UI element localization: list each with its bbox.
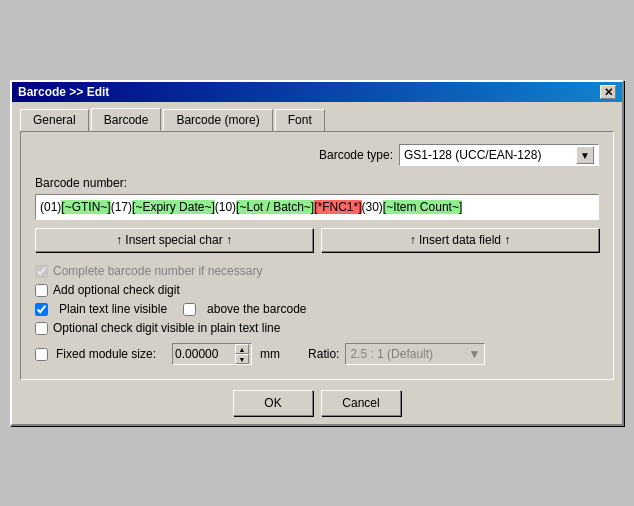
- fixed-module-label: Fixed module size:: [56, 347, 156, 361]
- checkbox-complete-barcode-label: Complete barcode number if necessary: [53, 264, 262, 278]
- dialog: Barcode >> Edit ✕ General Barcode Barcod…: [10, 80, 624, 426]
- tab-barcode-more[interactable]: Barcode (more): [163, 109, 272, 132]
- tabs: General Barcode Barcode (more) Font: [20, 108, 614, 131]
- seg-6: [*FNC1*]: [314, 200, 361, 214]
- checkbox-complete-barcode: Complete barcode number if necessary: [35, 264, 599, 278]
- checkbox-above-barcode-input[interactable]: [183, 303, 196, 316]
- barcode-type-value: GS1-128 (UCC/EAN-128): [404, 148, 541, 162]
- ratio-label: Ratio:: [308, 347, 339, 361]
- checkbox-fixed-module-input[interactable]: [35, 348, 48, 361]
- checkbox-complete-barcode-input[interactable]: [35, 265, 48, 278]
- insert-data-field-button[interactable]: ↑ Insert data field ↑: [321, 228, 599, 252]
- ok-button[interactable]: OK: [233, 390, 313, 416]
- title-bar: Barcode >> Edit ✕: [12, 82, 622, 102]
- seg-4: (10): [215, 200, 236, 214]
- barcode-type-dropdown-arrow[interactable]: ▼: [576, 146, 594, 164]
- seg-1: [~GTIN~]: [61, 200, 110, 214]
- tab-general[interactable]: General: [20, 109, 89, 132]
- checkbox-optional-check: Optional check digit visible in plain te…: [35, 321, 599, 335]
- fixed-module-number-input: ▲ ▼: [172, 343, 252, 365]
- spin-down-button[interactable]: ▼: [235, 354, 249, 364]
- seg-3: [~Expiry Date~]: [132, 200, 215, 214]
- plain-text-group: Plain text line visible above the barcod…: [35, 302, 306, 316]
- seg-7: (30): [362, 200, 383, 214]
- checkbox-plain-text-input[interactable]: [35, 303, 48, 316]
- seg-5: [~Lot / Batch~]: [236, 200, 314, 214]
- fixed-module-value-input[interactable]: [175, 347, 235, 361]
- checkbox-add-optional: Add optional check digit: [35, 283, 599, 297]
- checkbox-plain-text-label: Plain text line visible: [59, 302, 167, 316]
- title-text: Barcode >> Edit: [18, 85, 109, 99]
- tab-font[interactable]: Font: [275, 109, 325, 132]
- fixed-module-row: Fixed module size: ▲ ▼ mm Ratio: 2.5 : 1…: [35, 343, 599, 365]
- checkbox-optional-check-label: Optional check digit visible in plain te…: [53, 321, 280, 335]
- ratio-dropdown-arrow[interactable]: ▼: [469, 347, 481, 361]
- checkbox-above-barcode-label: above the barcode: [207, 302, 306, 316]
- barcode-type-row: Barcode type: GS1-128 (UCC/EAN-128) ▼: [35, 144, 599, 166]
- seg-0: (01): [40, 200, 61, 214]
- ratio-select[interactable]: 2.5 : 1 (Default) ▼: [345, 343, 485, 365]
- seg-8: [~Item Count~]: [383, 200, 462, 214]
- tab-barcode[interactable]: Barcode: [91, 108, 162, 131]
- barcode-number-input[interactable]: (01)[~GTIN~](17)[~Expiry Date~](10)[~Lot…: [35, 194, 599, 220]
- insert-special-char-button[interactable]: ↑ Insert special char ↑: [35, 228, 313, 252]
- barcode-number-label: Barcode number:: [35, 176, 599, 190]
- checkbox-add-optional-input[interactable]: [35, 284, 48, 297]
- spin-buttons: ▲ ▼: [235, 344, 249, 364]
- cancel-button[interactable]: Cancel: [321, 390, 401, 416]
- mm-label: mm: [260, 347, 280, 361]
- tab-content: Barcode type: GS1-128 (UCC/EAN-128) ▼ Ba…: [20, 131, 614, 380]
- barcode-type-select[interactable]: GS1-128 (UCC/EAN-128) ▼: [399, 144, 599, 166]
- barcode-type-label: Barcode type:: [319, 148, 393, 162]
- ratio-value: 2.5 : 1 (Default): [350, 347, 433, 361]
- close-button[interactable]: ✕: [600, 85, 616, 99]
- dialog-body: General Barcode Barcode (more) Font Barc…: [12, 102, 622, 424]
- checkbox-add-optional-label: Add optional check digit: [53, 283, 180, 297]
- ok-cancel-row: OK Cancel: [20, 390, 614, 416]
- checkbox-plain-text-row: Plain text line visible above the barcod…: [35, 302, 599, 316]
- ratio-section: Ratio: 2.5 : 1 (Default) ▼: [308, 343, 485, 365]
- checkbox-optional-check-input[interactable]: [35, 322, 48, 335]
- insert-buttons-row: ↑ Insert special char ↑ ↑ Insert data fi…: [35, 228, 599, 252]
- seg-2: (17): [111, 200, 132, 214]
- spin-up-button[interactable]: ▲: [235, 344, 249, 354]
